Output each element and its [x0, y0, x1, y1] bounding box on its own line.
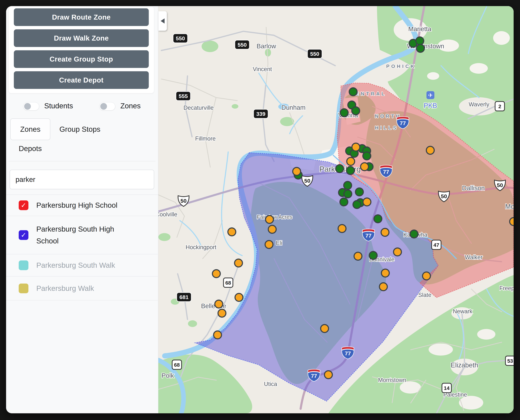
stop-marker-orange[interactable]: [426, 146, 434, 154]
school-marker-green[interactable]: [369, 251, 377, 259]
stop-marker-orange[interactable]: [235, 293, 243, 301]
stop-marker-orange[interactable]: [212, 270, 220, 278]
stop-marker-orange[interactable]: [354, 252, 362, 260]
stop-marker-orange[interactable]: [422, 272, 430, 280]
school-marker-green[interactable]: [349, 88, 357, 96]
stop-marker-orange[interactable]: [215, 300, 223, 308]
school-marker-green[interactable]: [344, 181, 352, 189]
checkbox-checked[interactable]: ✓: [19, 200, 28, 210]
action-buttons-panel: Draw Route Zone Draw Walk Zone Create Gr…: [8, 6, 154, 93]
svg-text:14: 14: [444, 385, 450, 391]
search-input[interactable]: [10, 170, 154, 189]
students-toggle[interactable]: [23, 102, 39, 111]
school-marker-green[interactable]: [336, 165, 344, 172]
school-marker-green[interactable]: [416, 37, 424, 45]
place-label: Utica: [264, 381, 277, 387]
route-shield-square: 68: [172, 360, 181, 369]
school-marker-green[interactable]: [410, 230, 418, 238]
place-label: Fairview Acres: [257, 214, 292, 220]
school-marker-green[interactable]: [374, 215, 382, 223]
svg-text:77: 77: [383, 169, 389, 175]
draw-walk-zone-button[interactable]: Draw Walk Zone: [14, 29, 149, 47]
tab-zones[interactable]: Zones: [10, 118, 50, 140]
svg-text:53: 53: [507, 358, 513, 364]
tab-group-stops[interactable]: Group Stops: [60, 118, 100, 140]
svg-text:77: 77: [345, 350, 351, 356]
place-label: Newark: [453, 308, 473, 315]
route-shield-square: 2: [495, 102, 505, 111]
stop-marker-orange[interactable]: [268, 225, 276, 233]
zones-toggle[interactable]: [99, 102, 115, 111]
stop-marker-orange[interactable]: [381, 228, 389, 236]
draw-route-zone-button[interactable]: Draw Route Zone: [14, 8, 149, 26]
stop-marker-orange[interactable]: [347, 158, 355, 165]
place-label: Waverly: [469, 101, 489, 108]
school-marker-green[interactable]: [363, 152, 371, 160]
school-marker-green[interactable]: [355, 188, 363, 196]
svg-text:77: 77: [400, 120, 406, 126]
svg-text:50: 50: [497, 182, 503, 188]
stop-marker-orange[interactable]: [352, 143, 360, 151]
school-marker-green[interactable]: [340, 198, 348, 206]
district-label: HILLS: [375, 125, 398, 131]
list-item-label: Parkersburg South High School: [36, 223, 134, 247]
list-item-parkersburg-south-high[interactable]: ✓ Parkersburg South High School: [6, 216, 158, 254]
list-item-parkersburg-walk[interactable]: Parkersburg Walk: [6, 277, 158, 300]
stop-marker-orange[interactable]: [361, 163, 369, 171]
school-marker-green[interactable]: [416, 44, 424, 52]
svg-text:339: 339: [256, 111, 265, 117]
stop-marker-orange[interactable]: [265, 240, 273, 248]
route-shield-square: 14: [442, 383, 451, 393]
stop-marker-orange[interactable]: [235, 259, 242, 267]
school-marker-green[interactable]: [344, 190, 352, 198]
place-label: Slate: [418, 292, 431, 298]
stop-marker-orange[interactable]: [363, 198, 371, 206]
map-canvas[interactable]: POHICKCENTRALNORTHHILLSMariettaWilliamst…: [158, 6, 514, 413]
school-marker-green[interactable]: [347, 166, 354, 174]
stop-marker-orange[interactable]: [321, 325, 329, 332]
place-label: Freeport: [499, 285, 514, 292]
svg-text:50: 50: [304, 178, 310, 184]
place-label: Polk: [162, 372, 174, 379]
stop-marker-orange[interactable]: [379, 283, 387, 291]
stop-marker-orange[interactable]: [228, 228, 236, 236]
stop-marker-orange[interactable]: [293, 167, 301, 175]
route-shield-square: 47: [432, 240, 441, 249]
toggle-knob: [100, 103, 107, 110]
stop-marker-orange[interactable]: [214, 331, 222, 339]
stop-marker-orange[interactable]: [381, 269, 389, 277]
svg-text:555: 555: [179, 93, 188, 99]
app-window: Draw Route Zone Draw Walk Zone Create Gr…: [6, 6, 514, 413]
school-marker-green[interactable]: [353, 201, 361, 209]
tab-depots[interactable]: Depots: [19, 140, 42, 157]
svg-text:68: 68: [225, 280, 231, 286]
route-shield-ohio: 550: [235, 40, 249, 49]
students-toggle-label: Students: [44, 102, 73, 110]
tabs-divider: [8, 161, 156, 161]
stop-marker-orange[interactable]: [338, 225, 346, 232]
place-label: Dunham: [281, 104, 306, 111]
tab-bar: Zones Group Stops Depots: [6, 118, 152, 157]
list-item-parkersburg-south-walk[interactable]: Parkersburg South Walk: [6, 254, 158, 277]
stop-marker-orange[interactable]: [394, 248, 401, 256]
map[interactable]: POHICKCENTRALNORTHHILLSMariettaWilliamst…: [158, 6, 514, 413]
school-marker-green[interactable]: [352, 107, 360, 115]
stop-marker-orange[interactable]: [265, 216, 273, 223]
layer-toggles: Students Zones: [6, 102, 158, 111]
list-item-parkersburg-high[interactable]: ✓ Parkersburg High School: [6, 195, 158, 216]
checkbox-checked[interactable]: ✓: [19, 230, 28, 240]
stop-marker-orange[interactable]: [218, 309, 226, 317]
school-marker-green[interactable]: [340, 109, 348, 117]
create-depot-button[interactable]: Create Depot: [14, 71, 149, 89]
stop-marker-orange[interactable]: [324, 371, 332, 379]
stop-marker-orange[interactable]: [510, 218, 514, 225]
create-group-stop-button[interactable]: Create Group Stop: [14, 50, 149, 68]
list-item-label: Parkersburg Walk: [36, 283, 94, 294]
color-swatch[interactable]: [19, 261, 28, 270]
collapse-left-arrow-icon: [161, 18, 165, 23]
svg-text:68: 68: [174, 362, 180, 368]
sidebar-collapse-button[interactable]: [158, 11, 167, 31]
color-swatch[interactable]: [19, 284, 28, 293]
svg-text:✈: ✈: [428, 92, 433, 98]
district-label: POHICK: [386, 64, 416, 69]
